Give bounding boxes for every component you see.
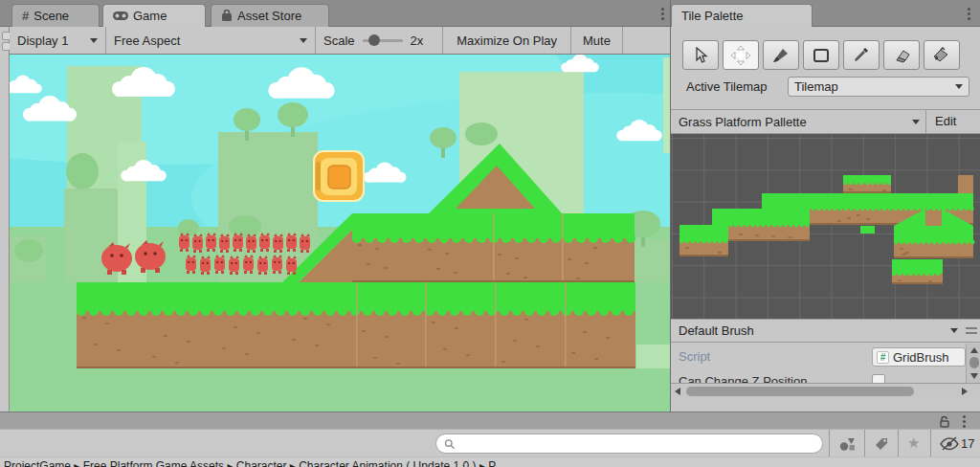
small-character (272, 255, 282, 274)
small-character (179, 233, 189, 252)
select-tool-button[interactable] (682, 40, 719, 70)
cursor-icon (693, 47, 708, 64)
favorites-star-icon[interactable]: ★ (907, 434, 920, 452)
brush-dropdown[interactable]: Default Brush (679, 320, 958, 342)
small-character (300, 234, 310, 253)
scroll-thumb[interactable] (969, 357, 979, 368)
chevron-down-icon (90, 38, 98, 43)
tab-scene[interactable]: # Scene (11, 4, 100, 27)
active-tilemap-value: Tilemap (794, 79, 838, 94)
script-value: GridBrush (893, 350, 949, 365)
palette-select-dropdown[interactable]: Grass Platform Pallette (679, 110, 920, 133)
menu-dots-icon[interactable] (963, 415, 966, 418)
active-tilemap-label: Active Tilemap (686, 79, 768, 94)
filter-type-icon (839, 437, 856, 452)
hidden-count: 17 (961, 436, 974, 451)
move-tool-button[interactable] (723, 40, 759, 70)
search-input[interactable] (460, 437, 814, 451)
small-character (243, 255, 254, 274)
scroll-right-icon[interactable] (962, 388, 968, 395)
drag-handle-icon[interactable] (966, 327, 977, 329)
active-tilemap-dropdown[interactable]: Tilemap (788, 77, 969, 97)
tab-tile-palette[interactable]: Tile Palette (671, 4, 813, 27)
main-tabstrip: # Scene Game Asset Store (10, 0, 670, 27)
tab-label: Asset Store (237, 9, 301, 23)
display-label: Display 1 (17, 33, 68, 48)
scroll-left-icon[interactable] (675, 388, 680, 395)
scale-slider[interactable] (363, 39, 403, 42)
small-character (257, 256, 268, 275)
filter-by-type-button[interactable] (838, 435, 856, 453)
hidden-count-toggle[interactable] (938, 434, 961, 452)
property-label: Can Change Z Position (679, 374, 807, 383)
edit-button[interactable]: Edit (935, 114, 956, 128)
bucket-icon (932, 47, 951, 64)
eye-slash-icon (939, 435, 960, 452)
aspect-label: Free Aspect (114, 33, 180, 48)
csharp-script-icon: # (877, 351, 889, 364)
eraser-tool-button[interactable] (883, 40, 920, 70)
picker-tool-button[interactable] (843, 40, 880, 70)
gamepad-icon (113, 11, 128, 22)
scale-value: 2x (403, 33, 432, 48)
status-bar (0, 411, 980, 429)
game-panel: # Scene Game Asset Store Display 1 Free … (10, 0, 670, 411)
breadcrumb[interactable]: ProjectGame ▸ Free Platform Game Assets … (0, 456, 980, 467)
left-edge-panel (0, 0, 10, 411)
tab-label: Tile Palette (681, 9, 744, 23)
search-icon (444, 438, 455, 450)
palette-name: Grass Platform Pallette (679, 115, 807, 129)
scale-slider-knob[interactable] (368, 34, 380, 46)
menu-dots-icon[interactable] (968, 8, 970, 11)
vertical-scrollbar[interactable] (966, 344, 980, 383)
breadcrumb-text: ProjectGame ▸ Free Platform Game Assets … (4, 459, 980, 467)
rect-tool-button[interactable] (803, 40, 839, 70)
filter-by-label-button[interactable] (873, 435, 890, 453)
tab-label: Scene (33, 9, 69, 23)
menu-dots-icon[interactable] (661, 8, 664, 11)
tile-palette-grid[interactable] (671, 134, 980, 319)
search-box[interactable] (435, 434, 823, 454)
small-character (286, 256, 297, 275)
small-character (214, 255, 225, 274)
small-character (192, 234, 203, 253)
horizontal-scrollbar[interactable] (671, 383, 980, 399)
fill-tool-button[interactable] (924, 40, 960, 70)
game-viewport[interactable] (10, 55, 670, 411)
move-icon (731, 46, 750, 65)
tab-asset-store[interactable]: Asset Store (211, 4, 329, 27)
maximize-on-play-button[interactable]: Maximize On Play (443, 33, 570, 48)
small-character (286, 233, 297, 252)
small-character (186, 255, 196, 274)
scroll-down-icon[interactable] (970, 373, 978, 379)
chevron-down-icon (912, 120, 920, 124)
scroll-up-icon[interactable] (970, 347, 978, 353)
display-dropdown[interactable]: Display 1 (10, 33, 105, 48)
chevron-down-icon (300, 38, 307, 43)
chevron-down-icon (950, 328, 958, 333)
aspect-dropdown[interactable]: Free Aspect (106, 33, 315, 48)
brush-tool-button[interactable] (763, 40, 799, 70)
tag-icon (874, 436, 889, 452)
project-toolbar: ★ 17 (0, 429, 980, 456)
small-character (233, 233, 243, 252)
small-character (206, 233, 216, 252)
lock-open-icon[interactable] (938, 415, 950, 428)
eraser-icon (893, 48, 910, 63)
small-character (219, 234, 230, 253)
chevron-down-icon (955, 84, 963, 89)
small-character (200, 256, 211, 275)
bag-icon (221, 10, 233, 22)
grid-icon: # (22, 9, 29, 23)
palette-tabstrip: Tile Palette (671, 0, 980, 27)
scroll-thumb[interactable] (686, 387, 914, 396)
clipped-property-row: Can Change Z Position (671, 371, 966, 383)
checkbox[interactable] (872, 374, 885, 383)
small-character (246, 234, 256, 253)
mute-button[interactable]: Mute (571, 33, 622, 48)
tab-game[interactable]: Game (102, 4, 206, 27)
tab-label: Game (133, 9, 167, 23)
brush-name: Default Brush (679, 323, 754, 338)
script-object-field[interactable]: # GridBrush (872, 347, 966, 367)
scale-label: Scale (316, 33, 363, 48)
